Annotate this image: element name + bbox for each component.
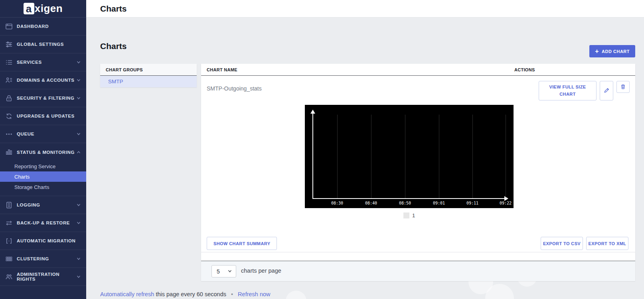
column-header-actions: ACTIONS	[514, 67, 535, 72]
chevron-down-icon	[76, 220, 81, 225]
sidebar-item-label: STATUS & MONITORING	[17, 150, 76, 155]
show-chart-summary-button[interactable]: SHOW CHART SUMMARY	[207, 237, 277, 250]
sidebar-item-global-settings[interactable]: GLOBAL SETTINGS	[0, 35, 86, 53]
list-icon	[5, 59, 13, 66]
sidebar-subitem-reporting-service[interactable]: Reporting Service	[0, 161, 86, 171]
sidebar-item-label: SERVICES	[17, 60, 76, 65]
sidebar-item-label: GLOBAL SETTINGS	[17, 42, 81, 47]
sidebar-item-clustering[interactable]: CLUSTERING	[0, 250, 86, 268]
refresh-text: this page every 60 seconds	[156, 291, 226, 297]
content-area: Charts + ADD CHART CHART GROUPS SMTP CHA…	[86, 18, 644, 299]
column-header-chart-name: CHART NAME	[207, 67, 237, 72]
gridline	[439, 115, 439, 198]
axigen-logo[interactable]: axigen	[24, 2, 63, 15]
dashboard-icon	[5, 23, 13, 30]
content-heading: Charts	[100, 41, 127, 51]
sidebar-group-status-monitoring: STATUS & MONITORING Reporting Service Ch…	[0, 143, 86, 196]
page-title: Charts	[100, 4, 127, 14]
x-tick-label: 08:50	[397, 201, 413, 205]
x-tick-label: 08:30	[329, 201, 345, 205]
chevron-down-icon	[227, 268, 232, 275]
charts-table-panel: CHART NAME ACTIONS SMTP-Outgoing_stats V…	[201, 64, 635, 281]
logo-row: axigen	[0, 0, 86, 18]
chevron-down-icon	[76, 60, 81, 65]
sidebar-item-label: DASHBOARD	[17, 24, 81, 29]
legend-label: 1	[412, 212, 415, 218]
export-to-csv-button[interactable]: EXPORT TO CSV	[541, 237, 583, 250]
auto-refresh-link[interactable]: Automatically refresh	[100, 291, 154, 297]
sidebar-item-services[interactable]: SERVICES	[0, 53, 86, 71]
per-page-value: 5	[217, 268, 227, 275]
logo-a-badge: a	[24, 3, 34, 14]
sidebar-item-backup-restore[interactable]: BACK-UP & RESTORE	[0, 214, 86, 232]
sidebar-item-upgrades-updates[interactable]: UPGRADES & UPDATES	[0, 107, 86, 125]
sidebar-item-label: DOMAINS & ACCOUNTS	[17, 78, 76, 83]
x-tick-label: 09:11	[464, 201, 480, 205]
decorative-circle	[286, 291, 306, 299]
transfer-arrows-icon	[5, 219, 13, 227]
lock-icon	[5, 94, 13, 102]
y-axis-arrow	[310, 110, 315, 114]
x-axis-arrow	[504, 196, 508, 201]
sidebar-item-status-monitoring[interactable]: STATUS & MONITORING	[0, 143, 86, 161]
chevron-down-icon	[76, 78, 81, 83]
add-chart-label: ADD CHART	[602, 49, 630, 54]
chevron-down-icon	[76, 203, 81, 207]
chart-groups-header: CHART GROUPS	[100, 64, 197, 76]
table-header: CHART NAME ACTIONS	[201, 64, 635, 76]
sidebar-item-label: ADMINISTRATION RIGHTS	[17, 272, 76, 281]
brackets-icon	[5, 237, 13, 245]
plus-icon: +	[595, 48, 599, 55]
logo-text: xigen	[35, 2, 63, 15]
x-axis	[312, 198, 505, 199]
sidebar-item-label: AUTOMATIC MIGRATION	[17, 238, 81, 243]
export-to-xml-button[interactable]: EXPORT TO XML	[586, 237, 628, 250]
sidebar-item-label: CLUSTERING	[17, 256, 76, 261]
sidebar-item-label: SECURITY & FILTERING	[17, 96, 76, 100]
sidebar-item-dashboard[interactable]: DASHBOARD	[0, 18, 86, 35]
gridline	[371, 115, 371, 198]
add-chart-button[interactable]: + ADD CHART	[589, 45, 635, 57]
chart-groups-panel: CHART GROUPS SMTP	[100, 64, 197, 87]
chart-canvas: 08:30 08:40 08:50 09:01 09:11 09:22	[305, 105, 514, 208]
delete-chart-button[interactable]	[616, 81, 630, 93]
sidebar-item-label: LOGGING	[17, 203, 76, 207]
accounts-icon	[5, 77, 13, 84]
trash-icon	[620, 84, 626, 90]
view-full-size-chart-button[interactable]: VIEW FULL SIZE CHART	[539, 81, 597, 100]
people-icon	[5, 273, 13, 281]
chevron-up-icon	[76, 150, 81, 155]
group-item-smtp[interactable]: SMTP	[100, 76, 197, 87]
sidebar-item-administration-rights[interactable]: ADMINISTRATION RIGHTS	[0, 268, 86, 286]
refresh-now-link[interactable]: Refresh now	[238, 291, 270, 297]
grid-icon	[5, 255, 13, 263]
queue-icon	[5, 130, 13, 138]
chart-name: SMTP-Outgoing_stats	[207, 85, 262, 92]
x-tick-label: 09:01	[431, 201, 447, 205]
topbar: Charts	[86, 0, 644, 18]
per-page-select[interactable]: 5	[211, 265, 236, 277]
sidebar-item-queue[interactable]: QUEUE	[0, 125, 86, 143]
sidebar-item-domains-accounts[interactable]: DOMAINS & ACCOUNTS	[0, 71, 86, 89]
app-window: axigen DASHBOARD GLOBAL SETTINGS SERVICE…	[0, 0, 644, 299]
sidebar-item-security-filtering[interactable]: SECURITY & FILTERING	[0, 89, 86, 107]
chevron-down-icon	[76, 256, 81, 261]
sidebar-item-label: BACK-UP & RESTORE	[17, 220, 76, 225]
sidebar-item-logging[interactable]: LOGGING	[0, 196, 86, 214]
edit-chart-button[interactable]	[600, 81, 613, 100]
x-tick-label: 09:22	[498, 201, 514, 205]
chart-legend: 1	[403, 212, 415, 218]
chevron-down-icon	[76, 96, 81, 100]
dot-separator: •	[231, 291, 233, 297]
row-separator	[201, 252, 635, 252]
gridline	[405, 115, 405, 198]
pagination-footer: 5 charts per page	[201, 261, 635, 281]
sidebar-subitem-charts[interactable]: Charts	[0, 171, 86, 182]
document-icon	[5, 201, 13, 209]
sidebar-item-label: UPGRADES & UPDATES	[17, 114, 81, 118]
sidebar-subitem-storage-charts[interactable]: Storage Charts	[0, 182, 86, 192]
legend-swatch	[403, 212, 409, 218]
gridline	[472, 115, 473, 198]
per-page-label: charts per page	[241, 268, 281, 274]
sidebar-item-automatic-migration[interactable]: AUTOMATIC MIGRATION	[0, 232, 86, 250]
